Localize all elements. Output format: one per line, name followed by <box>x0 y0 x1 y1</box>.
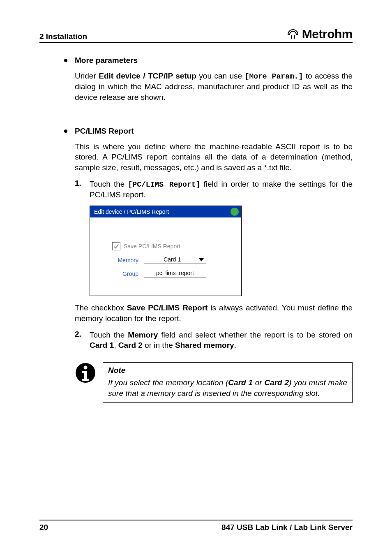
group-value: pc_lims_report <box>156 270 194 276</box>
text-mono: [More Param.] <box>245 72 303 81</box>
checkbox-save-pclims[interactable] <box>112 242 120 250</box>
device-row-save: Save PC/LIMS Report <box>102 242 233 250</box>
device-row-memory: Memory Card 1 <box>102 256 233 264</box>
text-fragment: , <box>114 341 118 349</box>
step-1: 1. Touch the [PC/LIMS Report] field in o… <box>75 179 353 200</box>
text-fragment: Touch the <box>90 180 128 188</box>
memory-dropdown[interactable]: Card 1 <box>144 256 206 264</box>
bullet-dot-icon <box>64 130 67 133</box>
device-titlebar: Edit device / PC/LIMS Report <box>90 206 241 217</box>
svg-rect-1 <box>294 35 295 39</box>
brand-icon <box>286 29 300 39</box>
svg-rect-6 <box>82 379 89 381</box>
note-block: Note If you select the memory location (… <box>75 362 353 403</box>
text-bold: Memory <box>128 331 158 339</box>
text-fragment: . <box>234 341 236 349</box>
brand-logo: Metrohm <box>286 27 353 41</box>
text-bold: Edit device / TCP/IP setup <box>99 72 196 80</box>
step-number: 1. <box>75 179 85 200</box>
text-bold: Save PC/LIMS Report <box>127 303 208 312</box>
text-fragment: Touch the <box>90 331 128 339</box>
memory-value: Card 1 <box>146 256 198 263</box>
text-bold: Card 2 <box>264 378 289 387</box>
text-fragment: you can use <box>196 72 245 80</box>
svg-point-3 <box>84 366 88 370</box>
text-bold: Card 1 <box>228 378 253 387</box>
note-title: Note <box>108 366 347 375</box>
group-field[interactable]: pc_lims_report <box>144 270 206 278</box>
svg-rect-5 <box>82 371 87 373</box>
brand-name: Metrohm <box>302 27 353 41</box>
bullet-pclims: PC/LIMS Report <box>64 127 353 136</box>
checkbox-save-label: Save PC/LIMS Report <box>124 243 180 250</box>
text-bold: Card 2 <box>118 341 143 349</box>
section-title: 2 Installation <box>39 32 87 41</box>
text-fragment: The checkbox <box>75 303 127 312</box>
chevron-down-icon <box>198 258 204 261</box>
status-dot-icon <box>231 208 239 216</box>
text-fragment: field and select whether the report is t… <box>158 331 353 339</box>
text-fragment: Under <box>75 72 99 80</box>
memory-label: Memory <box>102 257 144 264</box>
step-number: 2. <box>75 330 85 351</box>
page-footer: 20 847 USB Lab Link / Lab Link Server <box>39 520 353 532</box>
check-icon <box>113 243 119 249</box>
svg-rect-0 <box>291 35 292 39</box>
note-body: If you select the memory location (Card … <box>108 377 347 398</box>
doc-title: 847 USB Lab Link / Lab Link Server <box>221 523 353 532</box>
bullet-title-more-parameters: More parameters <box>75 56 138 65</box>
text-fragment: or <box>253 378 264 387</box>
bullet-title-pclims: PC/LIMS Report <box>75 127 134 136</box>
bullet-dot-icon <box>64 59 67 62</box>
page-number: 20 <box>39 523 48 532</box>
text-bold: Shared memory <box>175 341 234 349</box>
text-fragment: If you select the memory location ( <box>108 378 228 387</box>
device-screenshot: Edit device / PC/LIMS Report Save PC/LIM… <box>90 206 242 296</box>
device-row-group: Group pc_lims_report <box>102 270 233 278</box>
text-fragment: or in the <box>143 341 175 349</box>
text-bold: Card 1 <box>90 341 114 349</box>
group-label: Group <box>102 271 144 277</box>
text-mono: [PC/LIMS Report] <box>128 180 201 189</box>
more-parameters-body: Under Edit device / TCP/IP setup you can… <box>75 71 353 103</box>
info-icon <box>75 362 96 385</box>
page-header: 2 Installation Metrohm <box>39 27 353 43</box>
step-2: 2. Touch the Memory field and select whe… <box>75 330 353 351</box>
pclims-intro: This is where you define where the machi… <box>75 141 353 173</box>
bullet-more-parameters: More parameters <box>64 56 353 65</box>
after-screenshot-text: The checkbox Save PC/LIMS Report is alwa… <box>75 303 353 324</box>
device-titlebar-text: Edit device / PC/LIMS Report <box>94 208 169 215</box>
